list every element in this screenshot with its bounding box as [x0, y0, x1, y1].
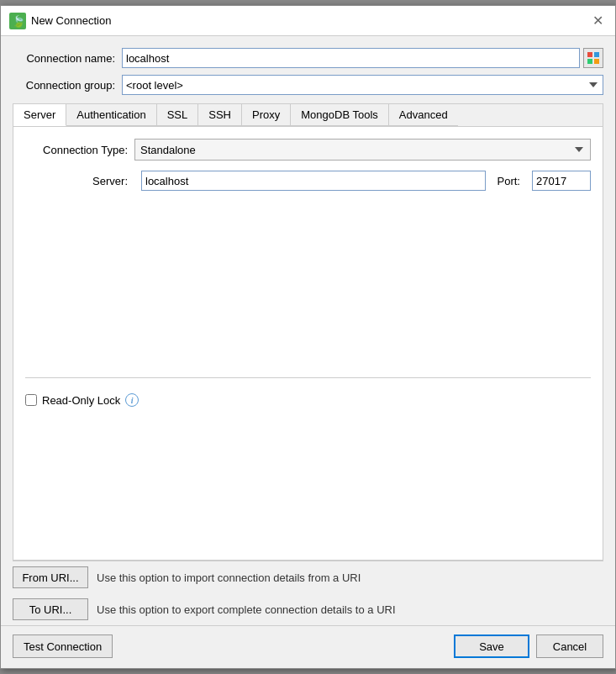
color-picker-button[interactable] — [583, 48, 603, 68]
svg-rect-4 — [587, 59, 592, 64]
readonly-row: Read-Only Lock i — [25, 387, 591, 413]
to-uri-desc: Use this option to export complete conne… — [97, 603, 396, 616]
footer-right: Save Cancel — [454, 635, 603, 658]
connection-name-row: Connection name: — [13, 48, 603, 68]
readonly-label: Read-Only Lock — [42, 394, 120, 407]
tab-content-server: Connection Type: Standalone Replica Set … — [13, 126, 603, 561]
tab-ssl[interactable]: SSL — [157, 104, 199, 126]
readonly-checkbox[interactable] — [25, 394, 37, 406]
save-button[interactable]: Save — [454, 635, 529, 658]
test-connection-button[interactable]: Test Connection — [13, 635, 113, 658]
to-uri-button[interactable]: To URI... — [13, 598, 88, 620]
main-content: Connection name: Connection group: <root… — [1, 36, 615, 561]
window-title: New Connection — [31, 14, 111, 27]
new-connection-window: 🍃 New Connection ✕ Connection name: — [0, 5, 616, 669]
title-bar-left: 🍃 New Connection — [9, 13, 111, 29]
spacer — [25, 201, 591, 369]
server-port-row: Server: Port: — [25, 171, 591, 191]
connection-group-row: Connection group: <root level> — [13, 75, 603, 95]
app-icon: 🍃 — [9, 13, 26, 29]
color-grid-icon — [587, 51, 600, 65]
divider-readonly — [25, 377, 591, 378]
connection-group-select[interactable]: <root level> — [122, 75, 603, 95]
connection-name-label: Connection name: — [13, 52, 122, 65]
connection-name-field-wrap — [122, 48, 603, 68]
close-button[interactable]: ✕ — [588, 12, 607, 30]
connection-type-label: Connection Type: — [25, 144, 134, 156]
connection-name-input[interactable] — [122, 48, 580, 68]
tab-proxy[interactable]: Proxy — [242, 104, 291, 126]
connection-group-label: Connection group: — [13, 79, 122, 92]
port-label: Port: — [492, 175, 525, 187]
spacer-2 — [25, 413, 591, 548]
tabs-section: Server Authentication SSL SSH Proxy Mong… — [13, 103, 603, 561]
connection-type-row: Connection Type: Standalone Replica Set … — [25, 139, 591, 161]
svg-rect-2 — [587, 52, 592, 57]
tab-mongodb-tools[interactable]: MongoDB Tools — [291, 104, 389, 126]
title-bar: 🍃 New Connection ✕ — [1, 6, 615, 36]
to-uri-row: To URI... Use this option to export comp… — [13, 593, 603, 625]
tab-ssh[interactable]: SSH — [198, 104, 242, 126]
cancel-button[interactable]: Cancel — [536, 635, 603, 658]
port-input[interactable] — [532, 171, 591, 191]
connection-type-select[interactable]: Standalone Replica Set Sharded Cluster — [134, 139, 591, 161]
svg-text:🍃: 🍃 — [12, 14, 26, 29]
tab-advanced[interactable]: Advanced — [389, 104, 458, 126]
svg-rect-5 — [594, 59, 599, 64]
server-label: Server: — [25, 175, 134, 187]
uri-section: From URI... Use this option to import co… — [1, 561, 615, 625]
tab-authentication[interactable]: Authentication — [66, 104, 156, 126]
footer: Test Connection Save Cancel — [1, 625, 615, 668]
server-input[interactable] — [141, 171, 486, 191]
info-icon: i — [125, 393, 139, 407]
from-uri-button[interactable]: From URI... — [13, 566, 88, 588]
tab-server[interactable]: Server — [13, 104, 66, 126]
from-uri-row: From URI... Use this option to import co… — [13, 561, 603, 593]
from-uri-desc: Use this option to import connection det… — [97, 571, 361, 584]
tabs-bar: Server Authentication SSL SSH Proxy Mong… — [13, 103, 603, 126]
svg-rect-3 — [594, 52, 599, 57]
